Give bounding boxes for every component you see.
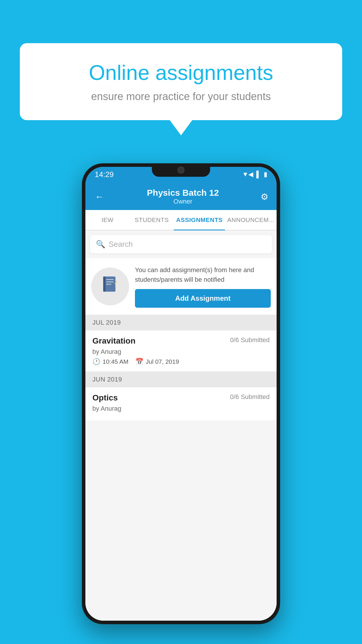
svg-rect-3 [106,281,114,282]
add-assignment-promo: You can add assignment(s) from here and … [85,258,277,315]
meta-date-value: Jul 07, 2019 [146,358,179,365]
svg-rect-6 [115,281,117,283]
assignment-optics-submitted: 0/6 Submitted [230,393,270,401]
assignment-optics-row-top: Optics 0/6 Submitted [92,393,270,402]
assignment-by: by Anurag [92,348,270,356]
phone-frame: 14:29 ▼◀ ▌ ▮ ← Physics Batch 12 Owner ⚙ … [82,163,280,624]
header-title: Physics Batch 12 [147,188,219,198]
promo-text-block: You can add assignment(s) from here and … [135,265,271,308]
settings-button[interactable]: ⚙ [261,192,268,202]
back-button[interactable]: ← [94,190,105,203]
header-title-block: Physics Batch 12 Owner [147,188,219,205]
promo-description: You can add assignment(s) from here and … [135,265,271,284]
clock-icon: 🕐 [92,358,100,365]
search-icon: 🔍 [96,240,105,249]
assignment-notebook-icon [101,275,120,298]
meta-date: 📅 Jul 07, 2019 [136,358,179,365]
calendar-icon: 📅 [136,358,143,365]
assignment-icon-circle [91,267,129,305]
assignment-submitted: 0/6 Submitted [230,336,270,344]
speech-bubble: Online assignments ensure more practice … [20,43,342,120]
assignment-meta: 🕐 10:45 AM 📅 Jul 07, 2019 [92,358,270,365]
assignment-item-gravitation[interactable]: Gravitation 0/6 Submitted by Anurag 🕐 10… [85,330,277,372]
phone-notch [152,163,210,177]
month-header-jul: JUL 2019 [85,315,277,330]
assignment-row-top: Gravitation 0/6 Submitted [92,336,270,346]
battery-icon: ▮ [264,171,267,178]
phone-camera [178,167,184,174]
wifi-icon: ▼◀ [242,171,254,178]
screen-content: 🔍 Search [85,230,277,621]
meta-time: 🕐 10:45 AM [92,358,129,365]
status-time: 14:29 [95,170,114,179]
svg-rect-2 [106,279,114,280]
speech-bubble-container: Online assignments ensure more practice … [20,43,342,120]
tab-iew[interactable]: IEW [85,210,130,230]
app-header: ← Physics Batch 12 Owner ⚙ [85,182,277,210]
tab-assignments[interactable]: ASSIGNMENTS [174,210,225,230]
phone-container: 14:29 ▼◀ ▌ ▮ ← Physics Batch 12 Owner ⚙ … [20,163,342,624]
assignment-item-optics[interactable]: Optics 0/6 Submitted by Anurag [85,387,277,421]
signal-icon: ▌ [256,171,261,178]
svg-rect-1 [103,276,106,292]
status-icons: ▼◀ ▌ ▮ [242,171,267,178]
add-assignment-button[interactable]: Add Assignment [135,289,271,308]
assignment-optics-name: Optics [92,393,118,402]
tab-announcements[interactable]: ANNOUNCEM... [225,210,277,230]
header-subtitle: Owner [147,198,219,205]
meta-time-value: 10:45 AM [103,358,129,365]
tabs: IEW STUDENTS ASSIGNMENTS ANNOUNCEM... [85,210,277,230]
tab-students[interactable]: STUDENTS [130,210,174,230]
assignment-name: Gravitation [92,336,136,346]
speech-bubble-subtitle: ensure more practice for your students [40,90,322,103]
search-placeholder: Search [109,240,133,249]
month-header-jun: JUN 2019 [85,372,277,387]
svg-rect-4 [106,284,111,285]
speech-bubble-title: Online assignments [40,61,322,85]
search-bar[interactable]: 🔍 Search [90,235,272,253]
assignment-optics-by: by Anurag [92,405,270,412]
phone-screen: 14:29 ▼◀ ▌ ▮ ← Physics Batch 12 Owner ⚙ … [85,167,277,621]
